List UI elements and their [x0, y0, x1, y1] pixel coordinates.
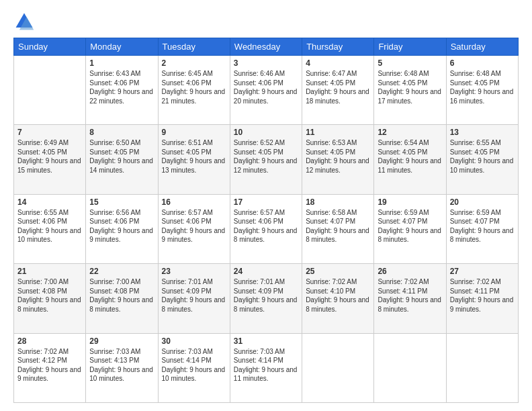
day-number: 26 [378, 267, 442, 276]
day-info: Sunrise: 7:02 AMSunset: 4:11 PMDaylight:… [378, 277, 442, 314]
day-info: Sunrise: 6:59 AMSunset: 4:07 PMDaylight:… [450, 208, 515, 244]
calendar-cell: 26Sunrise: 7:02 AMSunset: 4:11 PMDayligh… [374, 264, 446, 333]
calendar-cell: 22Sunrise: 7:00 AMSunset: 4:08 PMDayligh… [86, 264, 158, 333]
calendar-week-3: 14Sunrise: 6:55 AMSunset: 4:06 PMDayligh… [14, 194, 519, 263]
calendar-cell: 9Sunrise: 6:51 AMSunset: 4:05 PMDaylight… [158, 125, 230, 194]
calendar-cell: 23Sunrise: 7:01 AMSunset: 4:09 PMDayligh… [158, 264, 230, 333]
day-number: 11 [306, 128, 370, 137]
day-info: Sunrise: 6:57 AMSunset: 4:06 PMDaylight:… [234, 208, 298, 244]
day-info: Sunrise: 7:02 AMSunset: 4:10 PMDaylight:… [306, 277, 370, 314]
day-number: 7 [17, 128, 82, 137]
calendar-cell: 31Sunrise: 7:03 AMSunset: 4:14 PMDayligh… [230, 333, 302, 402]
day-info: Sunrise: 6:59 AMSunset: 4:07 PMDaylight:… [378, 208, 442, 244]
calendar-cell: 15Sunrise: 6:56 AMSunset: 4:06 PMDayligh… [86, 194, 158, 263]
calendar-cell: 2Sunrise: 6:45 AMSunset: 4:06 PMDaylight… [158, 56, 230, 125]
calendar-header-sunday: Sunday [14, 38, 86, 56]
day-info: Sunrise: 6:45 AMSunset: 4:06 PMDaylight:… [162, 69, 226, 105]
day-number: 1 [89, 58, 154, 68]
day-info: Sunrise: 6:54 AMSunset: 4:05 PMDaylight:… [378, 138, 442, 175]
calendar-cell: 13Sunrise: 6:55 AMSunset: 4:05 PMDayligh… [446, 125, 518, 194]
day-info: Sunrise: 6:48 AMSunset: 4:05 PMDaylight:… [450, 69, 515, 105]
calendar-cell: 1Sunrise: 6:43 AMSunset: 4:06 PMDaylight… [86, 56, 158, 125]
day-info: Sunrise: 7:00 AMSunset: 4:08 PMDaylight:… [89, 277, 154, 314]
calendar-cell: 27Sunrise: 7:02 AMSunset: 4:11 PMDayligh… [446, 264, 518, 333]
day-info: Sunrise: 7:02 AMSunset: 4:12 PMDaylight:… [17, 347, 82, 383]
calendar-cell: 3Sunrise: 6:46 AMSunset: 4:06 PMDaylight… [230, 56, 302, 125]
calendar-cell: 19Sunrise: 6:59 AMSunset: 4:07 PMDayligh… [374, 194, 446, 263]
day-info: Sunrise: 6:52 AMSunset: 4:05 PMDaylight:… [234, 138, 298, 175]
day-info: Sunrise: 7:02 AMSunset: 4:11 PMDaylight:… [450, 277, 515, 314]
calendar-week-5: 28Sunrise: 7:02 AMSunset: 4:12 PMDayligh… [14, 333, 519, 402]
day-number: 22 [89, 267, 154, 276]
day-number: 6 [450, 58, 515, 68]
day-number: 20 [450, 197, 515, 207]
day-number: 28 [17, 336, 82, 346]
calendar-cell: 25Sunrise: 7:02 AMSunset: 4:10 PMDayligh… [302, 264, 374, 333]
day-number: 17 [234, 197, 298, 207]
page: SundayMondayTuesdayWednesdayThursdayFrid… [0, 0, 532, 411]
day-info: Sunrise: 6:51 AMSunset: 4:05 PMDaylight:… [162, 138, 226, 175]
day-info: Sunrise: 6:47 AMSunset: 4:05 PMDaylight:… [306, 69, 370, 105]
calendar-cell: 28Sunrise: 7:02 AMSunset: 4:12 PMDayligh… [14, 333, 86, 402]
logo-icon [13, 11, 35, 32]
calendar-cell [14, 56, 86, 125]
day-info: Sunrise: 7:03 AMSunset: 4:14 PMDaylight:… [162, 347, 226, 383]
day-info: Sunrise: 6:57 AMSunset: 4:06 PMDaylight:… [162, 208, 226, 244]
day-number: 13 [450, 128, 515, 137]
day-number: 16 [162, 197, 226, 207]
header [13, 11, 519, 32]
calendar-cell [374, 333, 446, 402]
day-number: 14 [17, 197, 82, 207]
calendar-week-2: 7Sunrise: 6:49 AMSunset: 4:05 PMDaylight… [14, 125, 519, 194]
day-number: 15 [89, 197, 154, 207]
day-number: 25 [306, 267, 370, 276]
calendar-cell: 29Sunrise: 7:03 AMSunset: 4:13 PMDayligh… [86, 333, 158, 402]
calendar-header-thursday: Thursday [302, 38, 374, 56]
calendar-cell: 30Sunrise: 7:03 AMSunset: 4:14 PMDayligh… [158, 333, 230, 402]
day-number: 21 [17, 267, 82, 276]
logo [13, 11, 38, 32]
day-number: 5 [378, 58, 442, 68]
calendar-header-saturday: Saturday [446, 38, 518, 56]
day-info: Sunrise: 7:01 AMSunset: 4:09 PMDaylight:… [234, 277, 298, 314]
calendar-header-friday: Friday [374, 38, 446, 56]
day-number: 29 [89, 336, 154, 346]
calendar-week-1: 1Sunrise: 6:43 AMSunset: 4:06 PMDaylight… [14, 56, 519, 125]
calendar-cell: 18Sunrise: 6:58 AMSunset: 4:07 PMDayligh… [302, 194, 374, 263]
day-number: 12 [378, 128, 442, 137]
day-number: 19 [378, 197, 442, 207]
calendar-cell: 8Sunrise: 6:50 AMSunset: 4:05 PMDaylight… [86, 125, 158, 194]
calendar-cell [446, 333, 518, 402]
calendar-cell: 6Sunrise: 6:48 AMSunset: 4:05 PMDaylight… [446, 56, 518, 125]
calendar-cell: 14Sunrise: 6:55 AMSunset: 4:06 PMDayligh… [14, 194, 86, 263]
day-info: Sunrise: 6:55 AMSunset: 4:05 PMDaylight:… [450, 138, 515, 175]
day-number: 8 [89, 128, 154, 137]
day-number: 10 [234, 128, 298, 137]
day-info: Sunrise: 6:46 AMSunset: 4:06 PMDaylight:… [234, 69, 298, 105]
calendar-cell: 20Sunrise: 6:59 AMSunset: 4:07 PMDayligh… [446, 194, 518, 263]
calendar-cell: 7Sunrise: 6:49 AMSunset: 4:05 PMDaylight… [14, 125, 86, 194]
day-info: Sunrise: 6:49 AMSunset: 4:05 PMDaylight:… [17, 138, 82, 175]
day-info: Sunrise: 6:43 AMSunset: 4:06 PMDaylight:… [89, 69, 154, 105]
calendar-cell: 12Sunrise: 6:54 AMSunset: 4:05 PMDayligh… [374, 125, 446, 194]
calendar-header-row: SundayMondayTuesdayWednesdayThursdayFrid… [14, 38, 519, 56]
day-number: 27 [450, 267, 515, 276]
calendar-table: SundayMondayTuesdayWednesdayThursdayFrid… [13, 38, 519, 403]
calendar-cell: 4Sunrise: 6:47 AMSunset: 4:05 PMDaylight… [302, 56, 374, 125]
day-number: 2 [162, 58, 226, 68]
day-number: 9 [162, 128, 226, 137]
calendar-week-4: 21Sunrise: 7:00 AMSunset: 4:08 PMDayligh… [14, 264, 519, 333]
day-number: 30 [162, 336, 226, 346]
calendar-cell: 21Sunrise: 7:00 AMSunset: 4:08 PMDayligh… [14, 264, 86, 333]
day-info: Sunrise: 6:56 AMSunset: 4:06 PMDaylight:… [89, 208, 154, 244]
calendar-header-wednesday: Wednesday [230, 38, 302, 56]
calendar-cell [302, 333, 374, 402]
day-info: Sunrise: 6:50 AMSunset: 4:05 PMDaylight:… [89, 138, 154, 175]
day-number: 23 [162, 267, 226, 276]
day-number: 18 [306, 197, 370, 207]
day-info: Sunrise: 6:53 AMSunset: 4:05 PMDaylight:… [306, 138, 370, 175]
calendar-cell: 10Sunrise: 6:52 AMSunset: 4:05 PMDayligh… [230, 125, 302, 194]
calendar-cell: 16Sunrise: 6:57 AMSunset: 4:06 PMDayligh… [158, 194, 230, 263]
day-number: 4 [306, 58, 370, 68]
day-info: Sunrise: 7:03 AMSunset: 4:14 PMDaylight:… [234, 347, 298, 383]
